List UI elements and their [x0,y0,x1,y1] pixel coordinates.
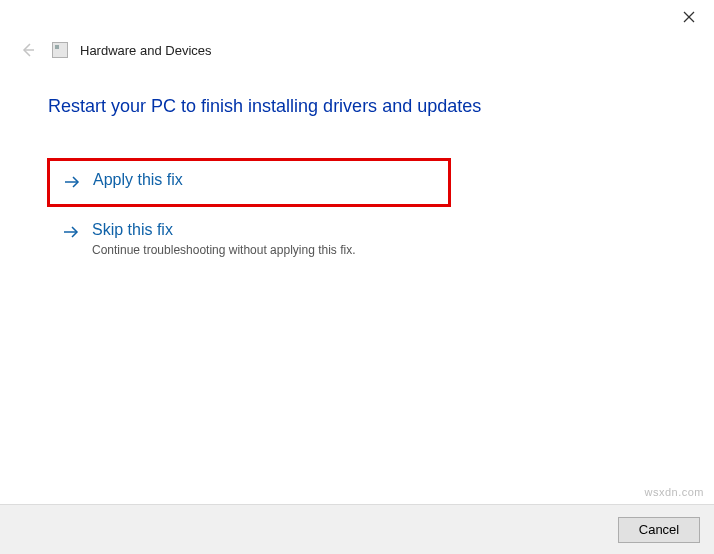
arrow-right-icon [63,173,81,191]
close-icon[interactable] [678,6,700,28]
header-title: Hardware and Devices [80,43,212,58]
watermark: wsxdn.com [644,486,704,498]
apply-fix-option[interactable]: Apply this fix [48,159,450,206]
hardware-icon [52,42,68,58]
back-icon [18,40,38,60]
skip-fix-label: Skip this fix [92,220,356,241]
titlebar [0,0,714,40]
content: Restart your PC to finish installing dri… [0,68,714,269]
skip-fix-option[interactable]: Skip this fix Continue troubleshooting w… [48,212,666,269]
skip-fix-description: Continue troubleshooting without applyin… [92,243,356,257]
apply-fix-label: Apply this fix [93,170,183,191]
arrow-right-icon [62,223,80,241]
page-heading: Restart your PC to finish installing dri… [48,96,666,117]
cancel-button[interactable]: Cancel [618,517,700,543]
footer: Cancel [0,504,714,554]
header: Hardware and Devices [0,40,714,68]
